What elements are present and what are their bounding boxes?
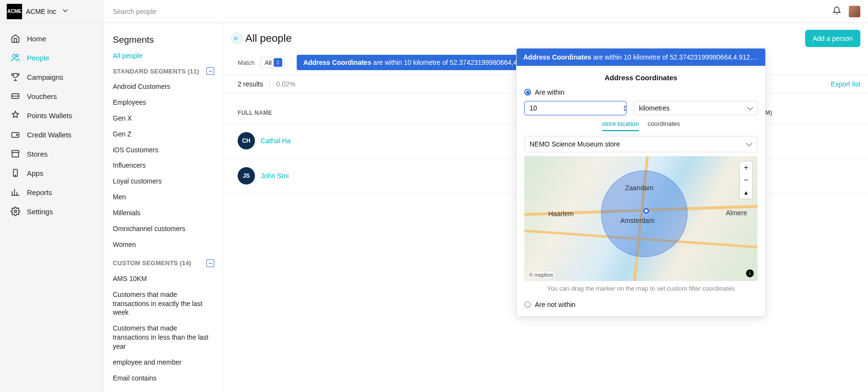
radio-label: Are within <box>535 88 564 96</box>
segment-item[interactable]: Gen Z <box>113 126 214 142</box>
segment-item[interactable]: Omnichannel customers <box>113 221 214 237</box>
segment-item[interactable]: Email contains <box>113 370 214 386</box>
radio-are-within[interactable]: Are within <box>524 88 758 96</box>
add-person-button[interactable]: Add a person <box>805 30 860 47</box>
map[interactable]: Amsterdam Haarlem Almere Zaandam + − ▲ ©… <box>524 156 758 281</box>
store-select[interactable]: NEMO Science Museum store <box>524 136 758 152</box>
nav-label: Apps <box>27 169 43 177</box>
unit-select[interactable]: kilometres <box>634 101 758 115</box>
segment-item[interactable]: Android Customers <box>113 79 214 95</box>
segment-all-people[interactable]: All people <box>113 52 214 60</box>
popover-title: Address Coordinates <box>524 74 758 82</box>
brand-name: ACME Inc <box>26 8 56 15</box>
nav-campaigns[interactable]: Campaigns <box>0 67 104 86</box>
segment-item[interactable]: Loyal customers <box>113 173 214 189</box>
collapse-icon[interactable]: − <box>206 67 214 75</box>
standard-segments-label: STANDARD SEGMENTS (11) <box>113 68 199 75</box>
svg-point-7 <box>14 210 17 213</box>
segment-item[interactable]: Gen X <box>113 110 214 126</box>
segment-item[interactable]: iOS Customers <box>113 142 214 158</box>
radio-are-not-within[interactable]: Are not within <box>524 301 758 308</box>
map-label: Haarlem <box>548 210 574 218</box>
nav-label: Settings <box>27 208 53 216</box>
tab-store-location[interactable]: store location <box>602 120 639 131</box>
segment-item[interactable]: Influencers <box>113 158 214 173</box>
radio-icon <box>524 301 531 308</box>
tab-coordinates[interactable]: coordinates <box>648 120 680 131</box>
results-count: 2 results <box>238 80 263 88</box>
segment-item[interactable]: Employees <box>113 95 214 110</box>
custom-segments-label: CUSTOM SEGMENTS (14) <box>113 259 191 267</box>
nav-people[interactable]: People <box>0 48 104 67</box>
segment-item[interactable]: employee and member <box>113 355 214 370</box>
map-label: Almere <box>726 209 747 217</box>
number-stepper-icon[interactable]: ▴▾ <box>624 104 626 112</box>
nav-stores[interactable]: Stores <box>0 144 104 163</box>
match-value: All <box>265 59 271 66</box>
radio-icon <box>524 89 531 96</box>
filter-pill[interactable]: Address Coordinates are within 10 kilome… <box>297 55 546 70</box>
export-list-link[interactable]: Export list <box>831 80 860 88</box>
map-radius <box>601 171 687 257</box>
segment-item[interactable]: Customers that made transactions in exac… <box>113 287 214 321</box>
select-updown-icon <box>274 58 282 67</box>
location-tabs: store location coordinates <box>524 120 758 131</box>
nav-label: Reports <box>27 188 52 196</box>
match-select[interactable]: All <box>260 57 284 68</box>
search-input[interactable] <box>113 8 824 15</box>
zoom-out-button[interactable]: − <box>740 174 752 186</box>
map-marker[interactable] <box>643 208 649 214</box>
mapbox-logo: © mapbox <box>527 271 555 278</box>
nav-home[interactable]: Home <box>0 29 104 48</box>
nav-label: People <box>27 54 49 62</box>
workspace-switcher[interactable]: ACME ACME Inc <box>0 0 104 23</box>
segment-item[interactable]: Millenials <box>113 205 214 221</box>
main: All people Add a person Match All Addres… <box>223 0 868 392</box>
collapse-panel-button[interactable] <box>231 33 242 44</box>
results-pct: 0.02% <box>277 80 296 88</box>
zoom-in-button[interactable]: + <box>740 161 752 174</box>
distance-input[interactable] <box>524 101 627 115</box>
nav-label: Vouchers <box>27 92 57 100</box>
nav-apps[interactable]: Apps <box>0 163 104 183</box>
nav-points-wallets[interactable]: Points Wallets <box>0 106 104 125</box>
nav-label: Credit Wallets <box>27 131 72 139</box>
col-full-name: FULL NAME <box>238 110 516 116</box>
sidebar: Home People Campaigns Vouchers Points Wa… <box>0 0 104 392</box>
popover-pill: Address Coordinates are within 10 kilome… <box>517 49 765 66</box>
segment-item[interactable]: Customers that made transactions in less… <box>113 320 214 355</box>
avatar[interactable] <box>849 6 860 17</box>
divider <box>290 56 291 69</box>
nav-label: Campaigns <box>27 73 63 81</box>
bell-icon[interactable] <box>832 6 841 16</box>
main-header: All people Add a person <box>223 23 868 52</box>
radio-label: Are not within <box>535 301 576 308</box>
person-avatar: JS <box>238 167 255 184</box>
person-name-link[interactable]: John Smi <box>261 172 289 180</box>
standard-segments-header: STANDARD SEGMENTS (11) − <box>113 67 214 75</box>
nav-settings[interactable]: Settings <box>0 202 104 221</box>
filter-popover: Address Coordinates are within 10 kilome… <box>516 48 766 317</box>
topbar-right <box>832 6 868 17</box>
svg-point-0 <box>12 54 16 58</box>
map-label: Zaandam <box>625 184 653 192</box>
segment-item[interactable]: Women <box>113 237 214 253</box>
match-label: Match <box>238 59 254 66</box>
nav-reports[interactable]: Reports <box>0 183 104 202</box>
person-name-link[interactable]: Cathal Ha <box>261 137 290 145</box>
nav-vouchers[interactable]: Vouchers <box>0 86 104 106</box>
filter-pill-field: Address Coordinates <box>303 59 372 66</box>
map-hint: You can drag the marker on the map to se… <box>524 285 758 292</box>
svg-point-4 <box>16 135 18 136</box>
compass-button[interactable]: ▲ <box>740 186 752 199</box>
collapse-icon[interactable]: − <box>206 259 214 267</box>
nav-credit-wallets[interactable]: Credit Wallets <box>0 125 104 144</box>
svg-point-6 <box>15 175 16 176</box>
search-wrap <box>104 8 832 15</box>
info-icon[interactable]: i <box>746 270 754 277</box>
segment-item[interactable]: Men <box>113 189 214 205</box>
page-title: All people <box>245 32 292 45</box>
segment-item[interactable]: AMS 10KM <box>113 271 214 287</box>
person-avatar: CH <box>238 132 255 149</box>
chevron-down-icon <box>61 6 70 16</box>
